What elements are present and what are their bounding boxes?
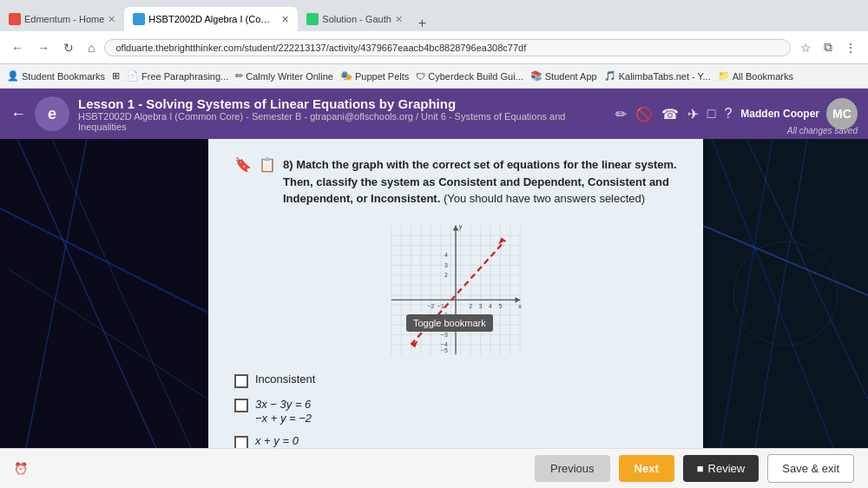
tab-close-edmentum[interactable]: ✕ [108, 14, 115, 25]
bookmark-kalimba[interactable]: 🎵 KalimbaTabs.net - Y... [604, 70, 711, 82]
answer-choice-xy: x + y = 0 [234, 434, 677, 449]
app-title: Lesson 1 - Solving Systems of Linear Equ… [78, 96, 615, 111]
tab-bar: Edmentum - Home ✕ HSBT2002D Algebra I (C… [0, 0, 868, 31]
header-tools: ✏ 🚫 ☎ ✈ □ ? Madden Cooper MC [615, 98, 858, 129]
question-text: 8) Match the graph with the correct set … [283, 156, 677, 208]
svg-text:4: 4 [489, 302, 492, 308]
bookmark-star-button[interactable]: ☆ [796, 39, 816, 56]
tab-close-hsbt[interactable]: ✕ [281, 14, 289, 25]
svg-text:−2: −2 [428, 302, 435, 308]
bookmark-cyberdeck[interactable]: 🛡 Cyberdeck Build Gui... [416, 71, 523, 82]
clock-area: ⏰ [14, 462, 28, 475]
review-label: Review [708, 462, 746, 475]
bookmark-student-app[interactable]: 📚 Student App [530, 70, 597, 82]
checkbox-equations[interactable] [234, 399, 248, 412]
menu-button[interactable]: ⋮ [840, 39, 861, 56]
extensions-button[interactable]: ⧉ [819, 38, 837, 56]
tab-close-solution[interactable]: ✕ [395, 14, 403, 25]
graph-container: x y −2 −1 2 3 4 5 2 3 4 −1 −2 −3 −4 −5 [234, 221, 677, 359]
svg-text:2: 2 [469, 302, 472, 308]
bookmark-student-bookmarks[interactable]: 👤 Student Bookmarks [7, 70, 105, 82]
checkbox-xy[interactable] [234, 436, 248, 449]
svg-text:3: 3 [444, 261, 448, 267]
answer-choice-inconsistent: Inconsistent [234, 373, 677, 388]
checkbox-inconsistent[interactable] [234, 374, 248, 388]
main-area: Toggle bookmark 🔖 📋 8) Match the graph w… [0, 139, 868, 448]
previous-button[interactable]: Previous [535, 455, 610, 482]
app-header: ← e Lesson 1 - Solving Systems of Linear… [0, 89, 868, 139]
review-icon: ■ [697, 462, 704, 475]
pencil-icon[interactable]: ✏ [615, 106, 627, 122]
user-name: Madden Cooper [740, 108, 819, 120]
tab-edmentum[interactable]: Edmentum - Home ✕ [0, 7, 124, 31]
choice-text-equations: 3x − 3y = 6 −x + y = −2 [255, 397, 312, 425]
plane-icon[interactable]: ✈ [687, 106, 699, 122]
bookmark-outline-icon[interactable]: 📋 [259, 156, 276, 173]
svg-text:x: x [518, 301, 522, 309]
bookmarks-bar: 👤 Student Bookmarks ⊞ 📄 Free Paraphrasin… [0, 64, 868, 89]
browser-actions: ☆ ⧉ ⋮ [796, 38, 861, 56]
tab-favicon-edmentum [9, 13, 21, 25]
question-number: 8) [283, 158, 293, 171]
user-avatar: MC [826, 98, 858, 129]
app-logo: e [35, 96, 69, 131]
browser-chrome: Edmentum - Home ✕ HSBT2002D Algebra I (C… [0, 0, 868, 89]
bookmark-all-bookmarks[interactable]: 📁 All Bookmarks [718, 70, 793, 82]
new-tab-button[interactable]: + [411, 16, 433, 31]
bookmark-apps-grid[interactable]: ⊞ [112, 70, 120, 82]
address-input[interactable] [104, 39, 791, 56]
app-subtitle: HSBT2002D Algebra I (Common Core) - Seme… [78, 111, 615, 132]
left-panel [0, 139, 208, 448]
toggle-bookmark-tooltip: Toggle bookmark [406, 314, 493, 332]
equation-line-2: −x + y = −2 [255, 412, 312, 425]
left-panel-background [0, 139, 208, 448]
question-header: 🔖 📋 8) Match the graph with the correct … [234, 156, 677, 208]
bookmark-calmly[interactable]: ✏ Calmly Writer Online [235, 70, 333, 82]
user-area: Madden Cooper MC [740, 98, 858, 129]
bottom-bar: ⏰ Previous Next ■ Review Save & exit [0, 448, 868, 488]
tab-label-edmentum: Edmentum - Home [24, 14, 104, 24]
bookmark-puppet-pelts[interactable]: 🎭 Puppet Pelts [340, 70, 409, 82]
bookmark-free-paraphrasing[interactable]: 📄 Free Paraphrasing... [127, 70, 228, 82]
address-bar-row: ← → ↻ ⌂ ☆ ⧉ ⋮ [0, 31, 868, 64]
tab-label-hsbt: HSBT2002D Algebra I (Comm... [148, 14, 278, 24]
tab-label-solution: Solution - Gauth [322, 14, 391, 24]
coordinate-graph: x y −2 −1 2 3 4 5 2 3 4 −1 −2 −3 −4 −5 [369, 221, 542, 359]
svg-text:−1: −1 [437, 302, 444, 308]
center-panel: Toggle bookmark 🔖 📋 8) Match the graph w… [208, 139, 703, 448]
app-back-button[interactable]: ← [10, 105, 26, 123]
right-panel [703, 139, 868, 448]
header-title-area: Lesson 1 - Solving Systems of Linear Equ… [78, 96, 615, 132]
svg-text:3: 3 [479, 302, 483, 308]
choice-text-inconsistent: Inconsistent [255, 373, 315, 386]
reload-button[interactable]: ↻ [59, 39, 78, 56]
tab-solution[interactable]: Solution - Gauth ✕ [298, 7, 411, 31]
help-icon[interactable]: ? [724, 106, 732, 122]
all-changes-saved: All changes saved [787, 126, 858, 135]
svg-text:4: 4 [444, 252, 448, 258]
svg-text:−3: −3 [441, 331, 448, 337]
bookmark-icon[interactable]: 🔖 [234, 156, 252, 173]
svg-rect-0 [0, 139, 208, 448]
svg-text:y: y [458, 222, 462, 230]
svg-text:2: 2 [444, 272, 448, 278]
home-button[interactable]: ⌂ [83, 39, 99, 56]
clock-icon: ⏰ [14, 462, 28, 475]
svg-text:5: 5 [499, 302, 503, 308]
next-button[interactable]: Next [619, 455, 674, 482]
choice-text-xy: x + y = 0 [255, 434, 299, 447]
tab-favicon-hsbt [133, 13, 145, 25]
back-button[interactable]: ← [7, 39, 28, 56]
equation-line-1: 3x − 3y = 6 [255, 398, 312, 411]
square-icon[interactable]: □ [707, 106, 716, 122]
forward-button[interactable]: → [33, 39, 54, 56]
review-button[interactable]: ■ Review [683, 455, 759, 482]
tab-favicon-solution [306, 13, 319, 25]
phone-icon[interactable]: ☎ [661, 106, 679, 122]
svg-text:−5: −5 [441, 347, 448, 353]
ban-icon[interactable]: 🚫 [635, 106, 653, 122]
svg-marker-53 [498, 237, 505, 244]
answer-choice-equations: 3x − 3y = 6 −x + y = −2 [234, 397, 677, 425]
save-exit-button[interactable]: Save & exit [767, 454, 854, 483]
tab-hsbt[interactable]: HSBT2002D Algebra I (Comm... ✕ [124, 7, 298, 31]
